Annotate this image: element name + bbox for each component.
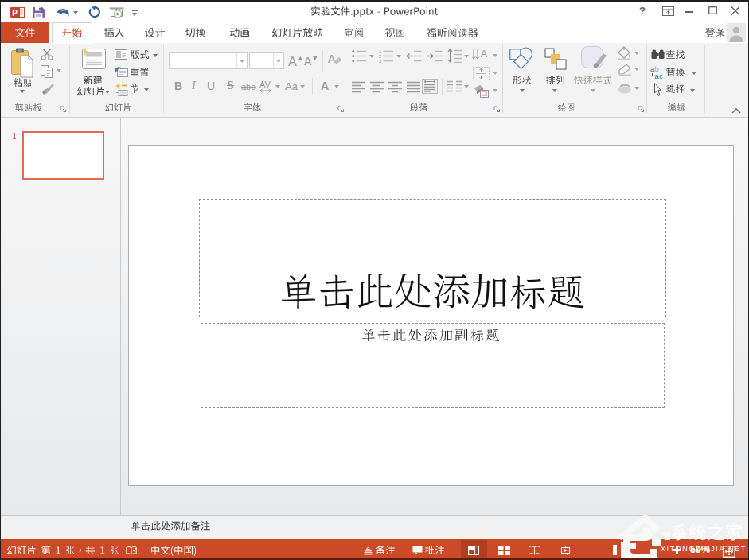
svg-text:P: P (12, 9, 18, 18)
svg-text:AV: AV (259, 80, 271, 89)
svg-text:A: A (328, 52, 336, 65)
svg-text:c: c (659, 72, 663, 80)
svg-text:3: 3 (379, 59, 381, 63)
svg-text:A: A (481, 49, 487, 60)
